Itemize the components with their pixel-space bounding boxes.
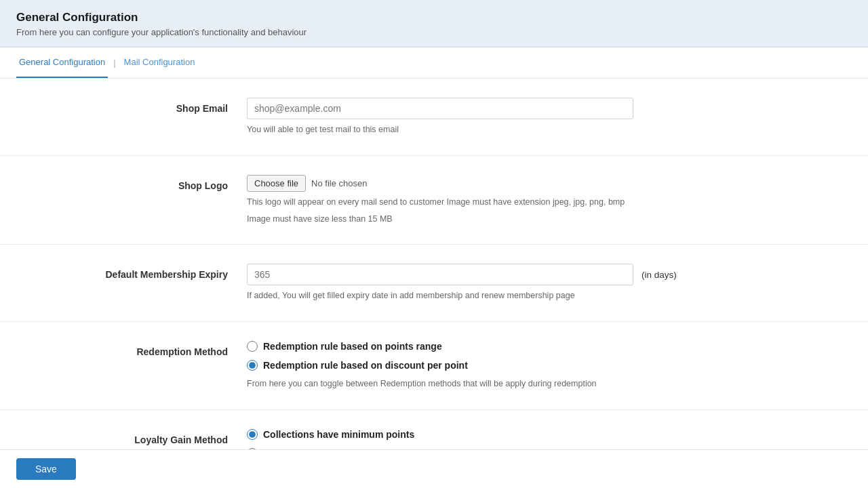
redemption-option-discount[interactable]: Redemption rule based on discount per po… [247,360,852,371]
membership-expiry-control: (in days) If added, You will get filled … [247,264,852,302]
loyalty-radio-min[interactable] [247,429,258,440]
loyalty-option-min[interactable]: Collections have minimum points [247,429,852,440]
section-shop-logo: Shop Logo Choose file No file chosen Thi… [0,156,868,245]
shop-logo-control: Choose file No file chosen This logo wil… [247,175,852,226]
save-button-bar: Save [0,449,868,488]
tab-general-configuration[interactable]: General Configuration [16,47,108,78]
membership-expiry-hint: If added, You will get filled expiry dat… [247,289,852,302]
redemption-option-range[interactable]: Redemption rule based on points range [247,341,852,352]
redemption-radio-discount[interactable] [247,360,258,371]
shop-logo-hint2: Image must have size less than 15 MB [247,213,852,226]
file-input-row: Choose file No file chosen [247,175,852,192]
redemption-radio-group: Redemption rule based on points range Re… [247,341,852,371]
choose-file-button[interactable]: Choose file [247,175,306,192]
membership-expiry-label: Default Membership Expiry [16,264,247,280]
shop-email-hint: You will able to get test mail to this e… [247,123,852,136]
shop-logo-label: Shop Logo [16,175,247,191]
tab-separator: | [113,58,115,68]
loyalty-min-label: Collections have minimum points [263,429,414,440]
redemption-radio-range[interactable] [247,341,258,352]
page-header: General Configuration From here you can … [0,0,868,47]
section-redemption-method: Redemption Method Redemption rule based … [0,322,868,410]
section-shop-email: Shop Email You will able to get test mai… [0,79,868,156]
tab-mail-configuration[interactable]: Mail Configuration [121,47,198,78]
loyalty-gain-method-label: Loyalty Gain Method [16,429,247,445]
redemption-discount-label: Redemption rule based on discount per po… [263,360,468,371]
shop-email-control: You will able to get test mail to this e… [247,98,852,136]
no-file-text: No file chosen [311,178,367,188]
expiry-row: (in days) [247,264,852,285]
membership-expiry-input[interactable] [247,264,633,285]
save-button[interactable]: Save [16,458,76,480]
redemption-range-label: Redemption rule based on points range [263,341,442,352]
page-title: General Configuration [16,11,852,24]
section-membership-expiry: Default Membership Expiry (in days) If a… [0,245,868,322]
redemption-method-control: Redemption rule based on points range Re… [247,341,852,390]
expiry-unit: (in days) [642,270,677,280]
page-subtitle: From here you can configure your applica… [16,27,852,37]
main-content: Shop Email You will able to get test mai… [0,79,868,488]
shop-email-input[interactable] [247,98,633,119]
shop-email-label: Shop Email [16,98,247,114]
redemption-method-hint: From here you can toggle between Redempt… [247,378,852,390]
redemption-method-label: Redemption Method [16,341,247,357]
shop-logo-hint1: This logo will appear on every mail send… [247,196,852,209]
tabs-bar: General Configuration | Mail Configurati… [0,47,868,79]
